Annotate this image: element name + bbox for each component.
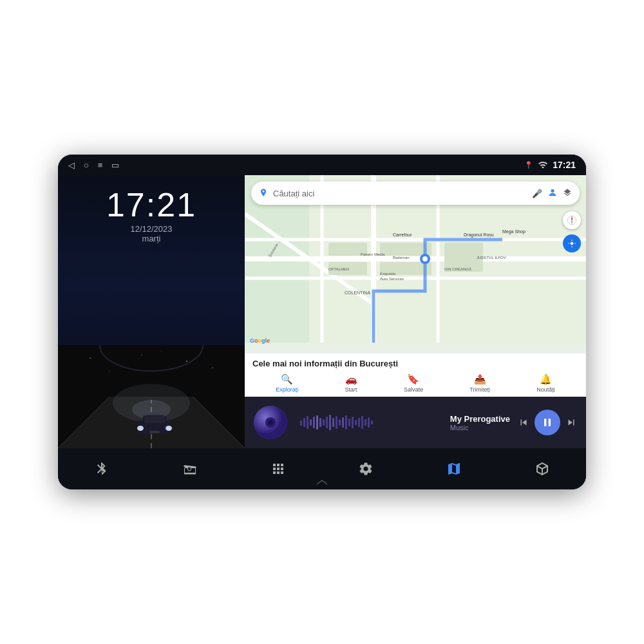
svg-rect-63 — [326, 417, 328, 428]
album-art[interactable] — [254, 406, 287, 439]
svg-rect-67 — [339, 419, 341, 426]
svg-rect-11 — [144, 416, 165, 423]
svg-text:Pattern Media: Pattern Media — [361, 252, 385, 256]
device-shell: ◁ ○ ≡ ▭ 📍 17:21 17:21 12/12/2023 marți — [58, 155, 586, 489]
svg-text:OFTALMED: OFTALMED — [328, 267, 350, 271]
svg-rect-71 — [352, 417, 354, 428]
music-subtitle: Music — [450, 424, 510, 431]
dock-cube[interactable] — [526, 455, 558, 483]
dock-settings[interactable] — [350, 455, 382, 483]
next-button[interactable] — [565, 417, 577, 428]
svg-point-36 — [422, 256, 428, 261]
dock-apps[interactable] — [262, 455, 294, 483]
clock-day: marți — [106, 234, 196, 243]
svg-rect-61 — [319, 418, 321, 427]
left-panel: 17:21 12/12/2023 marți — [58, 175, 245, 448]
map-tab-news[interactable]: 🔔 Noutăți — [536, 374, 555, 393]
account-icon[interactable] — [547, 187, 558, 200]
bottom-dock — [58, 448, 586, 489]
svg-rect-74 — [361, 416, 363, 429]
svg-rect-76 — [368, 417, 370, 428]
svg-point-51 — [571, 242, 574, 245]
recents-icon[interactable]: ▭ — [111, 160, 119, 170]
right-panel: Carrefour Dragonul Roșu Mega Shop Patter… — [245, 175, 586, 448]
svg-point-12 — [137, 426, 144, 431]
clock-date: 12/12/2023 — [106, 224, 196, 234]
svg-point-16 — [141, 354, 142, 355]
svg-rect-72 — [355, 420, 357, 425]
svg-text:JUDEȚUL ILFOV: JUDEȚUL ILFOV — [477, 256, 506, 260]
svg-rect-62 — [323, 419, 325, 426]
status-right: 📍 17:21 — [524, 160, 576, 170]
news-label: Noutăți — [536, 386, 555, 393]
svg-rect-59 — [313, 417, 315, 428]
share-icon: 📤 — [474, 374, 486, 385]
map-info-text: Cele mai noi informații din București — [252, 359, 578, 368]
play-pause-button[interactable] — [535, 410, 560, 435]
share-label: Trimiteți — [469, 386, 490, 393]
menu-icon[interactable]: ≡ — [98, 160, 103, 170]
svg-text:ION CREANGĂ: ION CREANGĂ — [444, 267, 471, 271]
location-icon: 📍 — [524, 161, 533, 169]
svg-rect-73 — [358, 418, 360, 427]
nav-buttons: ◁ ○ ≡ ▭ — [68, 160, 119, 170]
car-scene — [58, 247, 245, 448]
map-tab-start[interactable]: 🚗 Start — [345, 374, 357, 393]
clock-display: 17:21 12/12/2023 marți — [106, 188, 196, 243]
layers-icon[interactable] — [563, 188, 572, 199]
svg-point-20 — [160, 351, 161, 352]
explore-icon: 🔍 — [281, 374, 293, 385]
map-tab-saved[interactable]: 🔖 Salvate — [404, 374, 423, 393]
main-content: 17:21 12/12/2023 marți — [58, 175, 586, 448]
google-maps-icon — [259, 188, 268, 199]
map-search-placeholder: Căutați aici — [273, 189, 527, 198]
svg-text:Auto Services: Auto Services — [380, 277, 404, 281]
music-title: My Prerogative — [450, 414, 510, 424]
svg-point-13 — [166, 426, 172, 431]
svg-rect-57 — [307, 416, 308, 429]
map-tab-explore[interactable]: 🔍 Explorați — [276, 374, 298, 393]
music-info: My Prerogative Music — [450, 414, 510, 431]
dock-radio[interactable] — [174, 455, 206, 483]
svg-rect-75 — [365, 419, 366, 426]
map-search-bar[interactable]: Căutați aici 🎤 — [251, 182, 580, 205]
mic-icon[interactable]: 🎤 — [532, 189, 542, 198]
svg-rect-58 — [310, 419, 312, 426]
svg-text:Exquisite: Exquisite — [380, 272, 396, 276]
svg-rect-64 — [329, 415, 331, 430]
compass-icon[interactable] — [563, 211, 581, 229]
svg-rect-65 — [332, 418, 334, 427]
map-tab-share[interactable]: 📤 Trimiteți — [469, 374, 490, 393]
map-area[interactable]: Carrefour Dragonul Roșu Mega Shop Patter… — [245, 175, 586, 397]
dock-maps[interactable] — [438, 455, 470, 483]
status-time: 17:21 — [553, 160, 576, 170]
svg-rect-60 — [316, 415, 318, 430]
start-label: Start — [345, 386, 357, 393]
svg-rect-14 — [149, 431, 160, 433]
dock-chevron — [316, 479, 328, 488]
svg-point-18 — [109, 370, 109, 371]
tunnel-scene — [58, 345, 245, 448]
svg-point-17 — [186, 361, 187, 362]
music-waveform — [295, 413, 442, 432]
saved-label: Salvate — [404, 386, 423, 393]
my-location-button[interactable] — [563, 234, 581, 252]
svg-rect-70 — [348, 419, 350, 426]
svg-rect-55 — [300, 421, 302, 426]
svg-text:Mega Shop: Mega Shop — [502, 229, 526, 234]
news-icon: 🔔 — [540, 374, 552, 385]
map-search-icons: 🎤 — [532, 187, 572, 200]
dock-bluetooth[interactable] — [86, 455, 118, 483]
home-icon[interactable]: ○ — [84, 160, 89, 170]
saved-icon: 🔖 — [407, 374, 419, 385]
svg-text:Dragonul Roșu: Dragonul Roșu — [464, 232, 494, 238]
svg-rect-66 — [336, 416, 337, 429]
svg-point-15 — [90, 357, 91, 359]
clock-time: 17:21 — [106, 188, 196, 222]
back-icon[interactable]: ◁ — [68, 160, 75, 170]
prev-button[interactable] — [518, 417, 529, 428]
svg-rect-77 — [371, 421, 373, 424]
status-bar: ◁ ○ ≡ ▭ 📍 17:21 — [58, 155, 586, 175]
svg-rect-69 — [345, 415, 347, 430]
svg-rect-56 — [303, 418, 305, 427]
